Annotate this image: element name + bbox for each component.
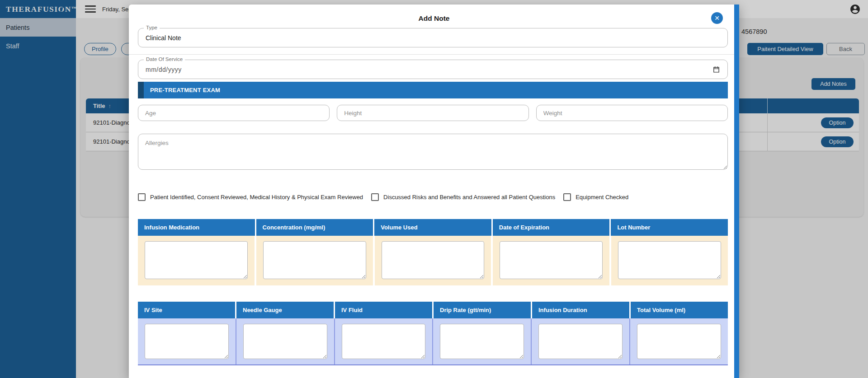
iv-cell bbox=[236, 318, 334, 364]
pre-treatment-exam-section-header: PRE-TREATMENT EXAM bbox=[138, 82, 728, 98]
medication-cell bbox=[138, 236, 255, 285]
medication-cell-textarea[interactable] bbox=[145, 241, 248, 279]
checkbox[interactable] bbox=[138, 193, 146, 201]
medication-column-header: Concentration (mg/ml) bbox=[256, 219, 373, 236]
medication-cell bbox=[375, 236, 491, 285]
iv-cell-textarea[interactable] bbox=[538, 324, 623, 359]
medication-cell-textarea[interactable] bbox=[382, 241, 485, 279]
medication-cell bbox=[611, 236, 728, 285]
calendar-icon[interactable] bbox=[712, 65, 720, 73]
section-title: PRE-TREATMENT EXAM bbox=[150, 87, 220, 93]
date-field-placeholder: mm/dd/yyyy bbox=[138, 66, 182, 73]
modal-scrollbar[interactable] bbox=[734, 5, 739, 378]
checkbox-item[interactable]: Equipment Checked bbox=[563, 193, 628, 201]
medication-table-header-row: Infusion MedicationConcentration (mg/ml)… bbox=[138, 219, 728, 236]
checkbox-label: Discussed Risks and Benefits and Answere… bbox=[383, 194, 555, 201]
iv-column-header: Infusion Duration bbox=[532, 302, 629, 318]
infusion-medication-table: Infusion MedicationConcentration (mg/ml)… bbox=[138, 219, 728, 285]
checkbox-item[interactable]: Discussed Risks and Benefits and Answere… bbox=[371, 193, 555, 201]
iv-cell bbox=[532, 318, 629, 364]
iv-cell-textarea[interactable] bbox=[243, 324, 327, 359]
type-field[interactable]: Type Clinical Note bbox=[138, 28, 728, 47]
consent-checkbox-row: Patient Identified, Consent Reviewed, Me… bbox=[138, 193, 728, 201]
iv-table-body-row bbox=[138, 318, 728, 365]
allergies-textarea[interactable] bbox=[138, 134, 728, 170]
medication-cell-textarea[interactable] bbox=[263, 241, 366, 279]
add-note-dialog: Add Note ✕ Type Clinical Note Date Of Se… bbox=[129, 5, 739, 378]
iv-cell-textarea[interactable] bbox=[145, 324, 229, 359]
type-field-value: Clinical Note bbox=[138, 34, 181, 42]
checkbox-item[interactable]: Patient Identified, Consent Reviewed, Me… bbox=[138, 193, 363, 201]
date-field-label: Date Of Service bbox=[144, 56, 185, 62]
close-icon: ✕ bbox=[714, 15, 720, 21]
medication-column-header: Infusion Medication bbox=[138, 219, 255, 236]
medication-cell-textarea[interactable] bbox=[500, 241, 603, 279]
iv-cell-textarea[interactable] bbox=[440, 324, 524, 359]
checkbox-label: Patient Identified, Consent Reviewed, Me… bbox=[150, 194, 363, 201]
close-button[interactable]: ✕ bbox=[711, 12, 723, 24]
exam-field-input[interactable] bbox=[536, 105, 728, 121]
iv-column-header: Total Volume (ml) bbox=[631, 302, 728, 318]
iv-column-header: IV Fluid bbox=[335, 302, 432, 318]
medication-cell-textarea[interactable] bbox=[618, 241, 721, 279]
iv-cell bbox=[433, 318, 531, 364]
section-accent-bar bbox=[138, 82, 144, 98]
iv-cell-textarea[interactable] bbox=[342, 324, 426, 359]
date-of-service-field[interactable]: Date Of Service mm/dd/yyyy bbox=[138, 60, 728, 79]
dialog-title: Add Note bbox=[129, 14, 739, 23]
exam-fields-row bbox=[138, 105, 728, 121]
type-field-label: Type bbox=[144, 25, 160, 30]
iv-column-header: IV Site bbox=[138, 302, 235, 318]
checkbox[interactable] bbox=[563, 193, 571, 201]
medication-column-header: Lot Number bbox=[611, 219, 728, 236]
iv-column-header: Needle Gauge bbox=[236, 302, 334, 318]
exam-field-input[interactable] bbox=[337, 105, 528, 121]
medication-cell bbox=[493, 236, 609, 285]
medication-column-header: Date of Expiration bbox=[493, 219, 610, 236]
checkbox[interactable] bbox=[371, 193, 379, 201]
iv-table: IV SiteNeedle GaugeIV FluidDrip Rate (gt… bbox=[138, 302, 728, 365]
divider bbox=[129, 54, 734, 55]
checkbox-label: Equipment Checked bbox=[576, 194, 628, 201]
iv-cell bbox=[335, 318, 433, 364]
medication-table-body-row bbox=[138, 236, 728, 285]
iv-column-header: Drip Rate (gtt/min) bbox=[434, 302, 531, 318]
medication-column-header: Volume Used bbox=[374, 219, 491, 236]
iv-cell bbox=[630, 318, 728, 364]
medication-cell bbox=[256, 236, 373, 285]
iv-cell bbox=[138, 318, 236, 364]
iv-cell-textarea[interactable] bbox=[637, 324, 721, 359]
iv-table-header-row: IV SiteNeedle GaugeIV FluidDrip Rate (gt… bbox=[138, 302, 728, 318]
exam-field-input[interactable] bbox=[138, 105, 330, 121]
